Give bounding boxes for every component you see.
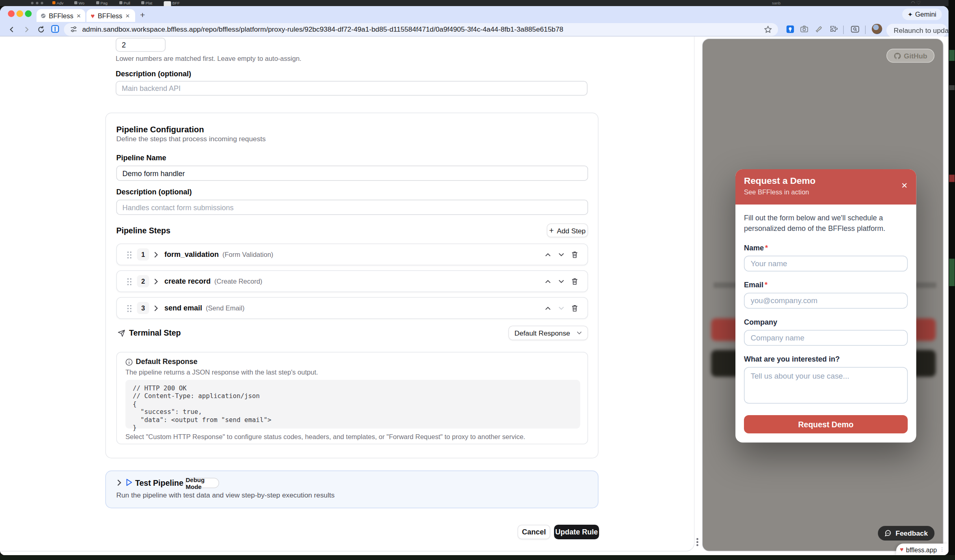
step-name: create record — [164, 277, 211, 286]
minimize-window-button[interactable] — [17, 11, 24, 17]
chevron-right-icon[interactable] — [149, 278, 163, 285]
move-up-icon[interactable] — [541, 279, 555, 284]
priority-input[interactable] — [116, 38, 166, 52]
site-badge-label: bffless.app — [906, 546, 937, 553]
feedback-label: Feedback — [895, 530, 928, 537]
pipeline-desc-label: Description (optional) — [116, 187, 192, 196]
tab-favicon-heart-icon: ♥ — [91, 13, 95, 19]
company-field[interactable] — [744, 330, 908, 346]
drag-handle-icon[interactable] — [127, 277, 132, 285]
reload-icon[interactable] — [36, 24, 46, 34]
gemini-label: Gemini — [915, 11, 936, 18]
reading-mode-icon[interactable] — [50, 24, 60, 34]
hand-extension-icon[interactable] — [814, 24, 824, 34]
test-pipeline-subtitle: Run the pipeline with test data and view… — [116, 491, 335, 499]
pipeline-name-label: Pipeline Name — [116, 153, 166, 162]
pipeline-step-row: 1 form_validation (Form Validation) — [116, 243, 589, 265]
cancel-button[interactable]: Cancel — [517, 525, 550, 539]
terminal-select-value: Default Response — [515, 330, 570, 337]
site-settings-tune-icon[interactable] — [70, 26, 78, 33]
gemini-button[interactable]: ✦ Gemini — [902, 8, 942, 20]
pipeline-name-input[interactable] — [116, 166, 589, 181]
drag-handle-icon[interactable] — [127, 304, 132, 312]
pipeline-configuration-card: Pipeline Configuration Define the steps … — [106, 113, 599, 459]
tab-bffless-1[interactable]: BFFless ✕ — [37, 9, 85, 22]
test-pipeline-card[interactable]: Test Pipeline Debug Mode Run the pipelin… — [106, 471, 599, 508]
email-field[interactable] — [744, 293, 908, 309]
new-tab-button[interactable]: + — [140, 10, 145, 19]
password-extension-icon[interactable] — [785, 24, 795, 34]
page-content: Lower numbers are matched first. Leave e… — [0, 37, 949, 555]
bg-search-text: sanb — [772, 1, 780, 5]
add-step-button[interactable]: + Add Step — [547, 224, 588, 238]
pipeline-step-row: 3 send email (Send Email) — [116, 297, 589, 319]
play-icon — [125, 478, 133, 487]
bookmark-star-icon[interactable] — [764, 25, 772, 33]
priority-help-text: Lower numbers are matched first. Leave e… — [116, 55, 302, 62]
close-icon[interactable]: ✕ — [901, 181, 908, 190]
interest-field[interactable] — [744, 367, 908, 404]
move-up-icon[interactable] — [541, 252, 555, 257]
desktop-edge-bottom — [0, 555, 955, 560]
name-field[interactable] — [744, 256, 908, 271]
step-number-badge: 3 — [137, 302, 149, 314]
tab-bffless-2[interactable]: ♥ BFFless ✕ — [86, 9, 135, 22]
forward-icon[interactable] — [22, 24, 31, 34]
move-up-icon[interactable] — [541, 306, 555, 310]
zoom-window-button[interactable] — [25, 11, 32, 17]
close-window-button[interactable] — [8, 11, 15, 17]
gemini-sparkle-icon: ✦ — [908, 11, 913, 17]
browser-toolbar: admin.sandbox.workspace.bffless.app/repo… — [0, 22, 949, 37]
response-note: Select "Custom HTTP Response" to configu… — [125, 433, 580, 440]
address-bar[interactable]: admin.sandbox.workspace.bffless.app/repo… — [64, 23, 778, 36]
terminal-step-select[interactable]: Default Response — [509, 326, 589, 340]
delete-step-icon[interactable] — [568, 304, 582, 312]
heart-icon: ♥ — [900, 547, 903, 552]
camera-extension-icon[interactable] — [800, 24, 809, 34]
dimmed-text — [914, 282, 936, 288]
bg-tab-label: Wo — [79, 1, 84, 5]
step-type: (Form Validation) — [222, 251, 273, 258]
tab-close-icon[interactable]: ✕ — [125, 13, 130, 19]
profile-avatar[interactable] — [872, 24, 882, 34]
back-icon[interactable] — [7, 24, 17, 34]
update-rule-button[interactable]: Update Rule — [554, 525, 599, 539]
badge-menu-icon[interactable]: ⋮ — [939, 546, 945, 552]
chat-bubble-icon — [884, 530, 892, 537]
tab-bar: BFFless ✕ ♥ BFFless ✕ + ✦ Gemini — [0, 6, 949, 22]
drag-handle-icon[interactable] — [127, 250, 132, 258]
terminal-step-title: Terminal Step — [129, 328, 181, 338]
request-demo-modal: Request a Demo See BFFless in action ✕ F… — [735, 169, 916, 443]
chevron-right-icon[interactable] — [116, 479, 122, 487]
description-input[interactable] — [116, 81, 588, 96]
test-pipeline-title: Test Pipeline — [135, 478, 183, 488]
pane-resize-handle[interactable] — [696, 538, 698, 546]
move-down-icon[interactable] — [555, 306, 568, 310]
move-down-icon[interactable] — [555, 252, 568, 257]
background-window-tabstrip: Adv Wo Pag Pull Plat BFF sanb ◠ ♡ — [0, 0, 955, 6]
step-type: (Create Record) — [214, 278, 262, 285]
step-number-badge: 2 — [137, 275, 149, 287]
relaunch-button[interactable]: Relaunch to update ⋮ — [886, 24, 947, 37]
request-demo-button[interactable]: Request Demo — [744, 415, 908, 433]
pipeline-desc-input[interactable] — [116, 200, 589, 215]
bg-active-tab — [164, 1, 171, 6]
chevron-right-icon[interactable] — [149, 251, 163, 258]
add-step-label: Add Step — [557, 227, 586, 234]
step-type: (Send Email) — [206, 304, 244, 312]
chevron-right-icon[interactable] — [149, 305, 163, 312]
site-badge[interactable]: ♥ bffless.app ⋮ — [896, 544, 949, 556]
delete-step-icon[interactable] — [568, 277, 582, 285]
github-button[interactable]: GitHub — [886, 49, 935, 63]
tab-close-icon[interactable]: ✕ — [76, 13, 81, 19]
modal-title: Request a Demo — [744, 175, 908, 186]
browser-window: BFFless ✕ ♥ BFFless ✕ + ✦ Gemini — [0, 6, 949, 555]
interest-label: What are you interested in? — [744, 355, 908, 364]
bg-tab-label: Adv — [57, 1, 64, 5]
move-down-icon[interactable] — [555, 279, 568, 284]
extensions-puzzle-icon[interactable] — [829, 24, 839, 34]
delete-step-icon[interactable] — [568, 250, 582, 258]
pipeline-config-subtitle: Define the steps that process incoming r… — [116, 135, 266, 142]
feedback-button[interactable]: Feedback — [878, 526, 935, 541]
tab-search-icon[interactable] — [850, 24, 860, 34]
